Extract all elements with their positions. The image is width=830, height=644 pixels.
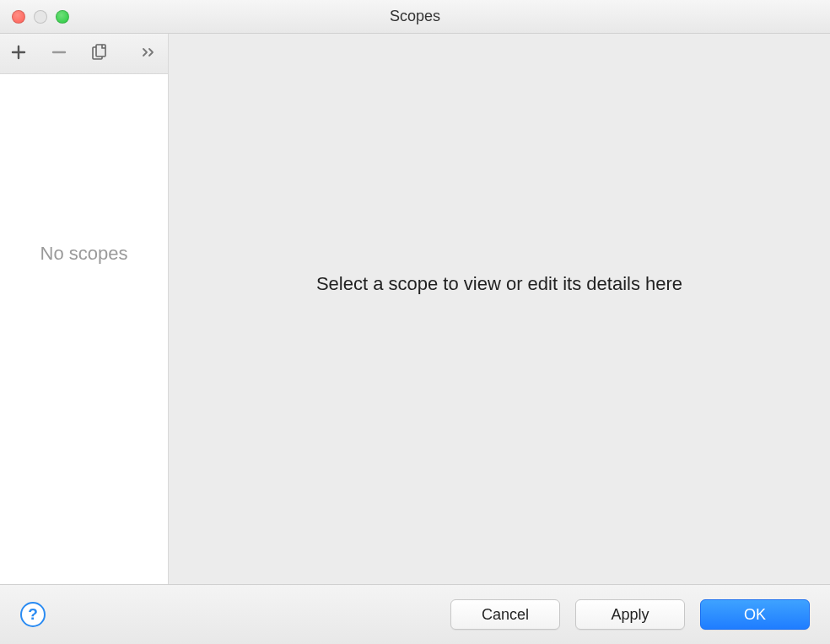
sidebar-toolbar-left bbox=[7, 42, 111, 66]
window-close-button[interactable] bbox=[12, 10, 25, 24]
sidebar: No scopes bbox=[0, 34, 169, 584]
svg-rect-1 bbox=[96, 45, 105, 56]
copy-icon bbox=[90, 43, 109, 65]
window-title: Scopes bbox=[0, 8, 830, 25]
no-scopes-label: No scopes bbox=[40, 243, 128, 265]
plus-icon bbox=[11, 45, 26, 63]
window-minimize-button[interactable] bbox=[34, 10, 47, 24]
sidebar-toolbar bbox=[0, 34, 168, 74]
footer-buttons: Cancel Apply OK bbox=[450, 599, 810, 630]
traffic-lights bbox=[0, 10, 69, 24]
footer: ? Cancel Apply OK bbox=[0, 585, 830, 644]
minus-icon bbox=[51, 45, 67, 63]
detail-placeholder: Select a scope to view or edit its detai… bbox=[316, 273, 682, 295]
apply-button[interactable]: Apply bbox=[575, 599, 685, 630]
main-area: No scopes Select a scope to view or edit… bbox=[0, 34, 830, 585]
cancel-button[interactable]: Cancel bbox=[450, 599, 560, 630]
titlebar: Scopes bbox=[0, 0, 830, 34]
window-zoom-button[interactable] bbox=[56, 10, 69, 24]
help-icon: ? bbox=[28, 605, 38, 624]
remove-button[interactable] bbox=[47, 42, 71, 66]
help-button[interactable]: ? bbox=[20, 602, 46, 627]
ok-button[interactable]: OK bbox=[700, 599, 810, 630]
add-button[interactable] bbox=[7, 42, 30, 66]
chevrons-right-icon bbox=[142, 46, 157, 62]
detail-pane: Select a scope to view or edit its detai… bbox=[169, 34, 830, 584]
sidebar-body: No scopes bbox=[0, 74, 168, 584]
more-button[interactable] bbox=[137, 42, 161, 66]
copy-button[interactable] bbox=[88, 42, 111, 66]
